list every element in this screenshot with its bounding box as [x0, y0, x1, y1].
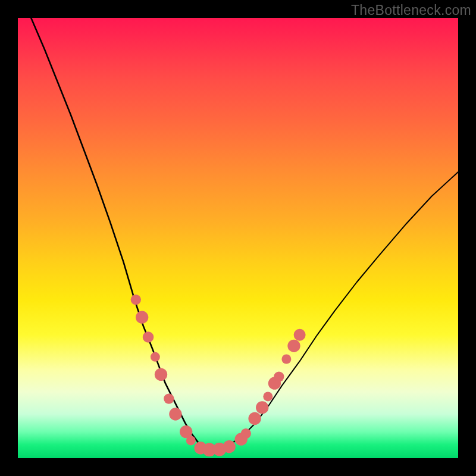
- marker-point: [223, 440, 236, 453]
- marker-point: [136, 311, 148, 324]
- marker-point: [274, 371, 284, 381]
- chart-markers: [131, 295, 306, 456]
- marker-point: [186, 436, 196, 445]
- curve-right-curve: [205, 172, 459, 449]
- chart-frame: TheBottleneck.com: [0, 0, 476, 476]
- curve-left-curve: [31, 18, 205, 449]
- marker-point: [256, 401, 268, 414]
- marker-point: [287, 340, 300, 352]
- marker-point: [294, 329, 306, 341]
- marker-point: [143, 331, 154, 343]
- chart-curves: [31, 18, 458, 449]
- marker-point: [151, 352, 160, 362]
- watermark-text: TheBottleneck.com: [351, 2, 471, 18]
- marker-point: [241, 428, 251, 439]
- marker-point: [248, 412, 261, 425]
- marker-point: [164, 393, 174, 403]
- marker-point: [131, 295, 141, 305]
- marker-point: [155, 368, 167, 381]
- chart-overlay: [18, 18, 458, 458]
- marker-point: [281, 355, 291, 364]
- marker-point: [169, 408, 181, 420]
- marker-point: [263, 392, 273, 401]
